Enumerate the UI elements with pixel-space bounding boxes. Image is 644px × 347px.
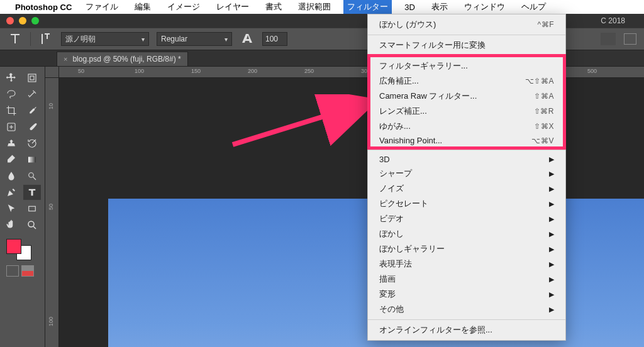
window-title-suffix: C 2018 xyxy=(601,16,625,25)
svg-rect-1 xyxy=(30,76,34,80)
menu-select[interactable]: 選択範囲 xyxy=(294,0,335,14)
standard-mode-icon[interactable] xyxy=(6,265,19,277)
edit-mode-toggles xyxy=(3,265,42,277)
tools-panel xyxy=(0,67,45,347)
close-tab-icon[interactable]: × xyxy=(64,55,67,63)
menu-layer[interactable]: レイヤー xyxy=(213,0,253,14)
svg-point-6 xyxy=(28,221,34,227)
foreground-color-swatch[interactable] xyxy=(6,239,21,254)
menu-item-camera-raw[interactable]: Camera Raw フィルター...⇧⌘A xyxy=(368,89,565,104)
menu-view[interactable]: 表示 xyxy=(428,0,452,14)
submenu-other[interactable]: その他▶ xyxy=(368,302,565,317)
crop-tool[interactable] xyxy=(3,103,20,118)
svg-rect-5 xyxy=(28,206,35,211)
lasso-tool[interactable] xyxy=(3,87,20,102)
text-orientation-icon[interactable] xyxy=(38,31,53,47)
menu-item-browse-online[interactable]: オンラインフィルターを参照... xyxy=(368,322,565,338)
menu-edit[interactable]: 編集 xyxy=(131,0,155,14)
close-window-button[interactable] xyxy=(6,17,14,25)
brush-tool[interactable] xyxy=(23,119,41,135)
warp-text-button xyxy=(600,32,616,46)
menu-window[interactable]: ウィンドウ xyxy=(460,0,509,14)
submenu-distort[interactable]: 変形▶ xyxy=(368,287,565,302)
menu-item-last-filter[interactable]: ぼかし (ガウス)^⌘F xyxy=(368,17,565,32)
app-name[interactable]: Photoshop CC xyxy=(15,3,72,12)
color-swatches xyxy=(3,239,42,264)
menu-item-filter-gallery[interactable]: フィルターギャラリー... xyxy=(368,58,565,74)
submenu-noise[interactable]: ノイズ▶ xyxy=(368,181,565,196)
quick-mask-mode-icon[interactable] xyxy=(21,265,34,277)
submenu-stylize[interactable]: 表現手法▶ xyxy=(368,256,565,272)
submenu-blur[interactable]: ぼかし▶ xyxy=(368,226,565,241)
type-tool[interactable] xyxy=(23,185,41,200)
artboard-tool[interactable] xyxy=(23,70,41,85)
path-select-tool[interactable] xyxy=(3,201,20,216)
menu-item-wide-angle[interactable]: 広角補正...⌥⇧⌘A xyxy=(368,74,565,89)
history-brush-tool[interactable] xyxy=(23,136,41,151)
blur-tool[interactable] xyxy=(3,168,20,184)
document-tab[interactable]: × blog.psd @ 50% (fuji, RGB/8#) * xyxy=(57,52,188,66)
filter-menu-dropdown: ぼかし (ガウス)^⌘F スマートフィルター用に変換 フィルターギャラリー...… xyxy=(367,14,566,341)
font-weight-select[interactable]: Regular xyxy=(157,32,232,46)
pen-tool[interactable] xyxy=(3,185,20,200)
svg-point-4 xyxy=(28,173,33,178)
document-tab-label: blog.psd @ 50% (fuji, RGB/8#) * xyxy=(72,55,180,63)
eyedropper-tool[interactable] xyxy=(23,103,41,118)
hand-tool[interactable] xyxy=(3,218,20,233)
eraser-tool[interactable] xyxy=(3,152,20,167)
submenu-video[interactable]: ビデオ▶ xyxy=(368,211,565,226)
menu-3d[interactable]: 3D xyxy=(401,1,419,13)
submenu-pixelate[interactable]: ピクセレート▶ xyxy=(368,196,565,211)
svg-rect-3 xyxy=(28,157,36,163)
font-family-select[interactable]: 源ノ明朝 xyxy=(61,32,149,46)
submenu-3d[interactable]: 3D▶ xyxy=(368,153,565,166)
font-size-icon xyxy=(240,31,255,47)
clone-stamp-tool[interactable] xyxy=(3,136,20,151)
minimize-window-button[interactable] xyxy=(19,17,26,25)
spot-heal-tool[interactable] xyxy=(3,119,20,135)
menu-file[interactable]: ファイル xyxy=(82,0,122,14)
gradient-tool[interactable] xyxy=(23,152,41,167)
menu-image[interactable]: イメージ xyxy=(164,0,204,14)
menu-item-lens-correction[interactable]: レンズ補正...⇧⌘R xyxy=(368,104,565,119)
submenu-sharpen[interactable]: シャープ▶ xyxy=(368,166,565,181)
menu-help[interactable]: ヘルプ xyxy=(518,0,550,14)
panel-toggle-icon[interactable] xyxy=(624,33,636,45)
menu-filter[interactable]: フィルター xyxy=(343,0,392,14)
submenu-render[interactable]: 描画▶ xyxy=(368,272,565,287)
vertical-ruler[interactable]: 10 50 100 xyxy=(45,78,59,347)
type-tool-preset-icon[interactable] xyxy=(8,31,23,47)
font-size-input[interactable]: 100 xyxy=(262,32,287,46)
magic-wand-tool[interactable] xyxy=(23,87,41,102)
rectangle-tool[interactable] xyxy=(23,201,41,216)
ruler-origin[interactable] xyxy=(45,67,59,78)
menu-type[interactable]: 書式 xyxy=(262,0,286,14)
zoom-tool[interactable] xyxy=(23,218,41,233)
move-tool[interactable] xyxy=(3,70,20,85)
mac-menubar: Photoshop CC ファイル 編集 イメージ レイヤー 書式 選択範囲 フ… xyxy=(0,0,644,14)
menu-item-convert-smart[interactable]: スマートフィルター用に変換 xyxy=(368,38,565,53)
dodge-tool[interactable] xyxy=(23,168,41,184)
zoom-window-button[interactable] xyxy=(31,17,39,25)
submenu-blur-gallery[interactable]: ぼかしギャラリー▶ xyxy=(368,241,565,256)
menu-item-liquify[interactable]: ゆがみ...⇧⌘X xyxy=(368,119,565,134)
menu-item-vanishing-point[interactable]: Vanishing Point...⌥⌘V xyxy=(368,134,565,147)
svg-rect-0 xyxy=(28,74,36,82)
